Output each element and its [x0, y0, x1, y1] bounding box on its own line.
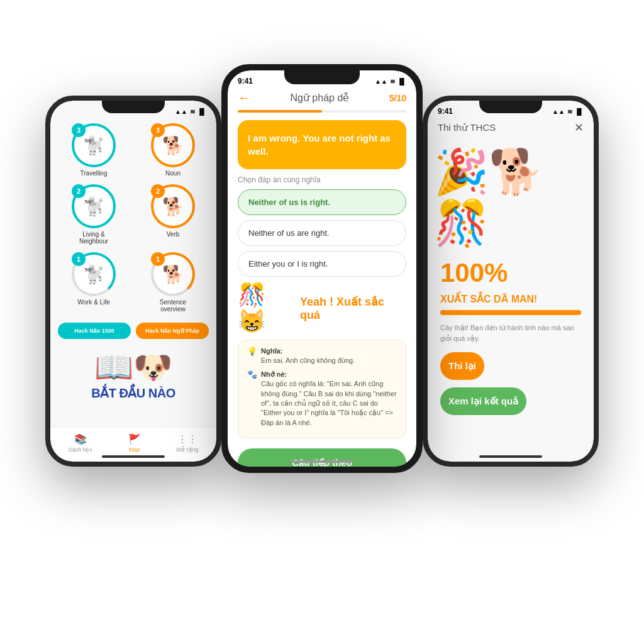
hack-nao-1500-button[interactable]: Hack Não 1500	[58, 323, 131, 339]
time-right: 9:41	[438, 107, 453, 116]
mo-rong-icon: ⋮⋮	[177, 433, 197, 445]
quiz-title: Ngữ pháp dễ	[290, 92, 349, 104]
nav-sach-hoc-label: Sách học	[68, 447, 92, 453]
meaning-icon: 💡	[247, 347, 257, 366]
answer-option-c[interactable]: Either you or I is right.	[238, 251, 406, 277]
home-indicator-right	[479, 455, 542, 458]
back-button[interactable]: ←	[238, 91, 250, 105]
close-button[interactable]: ✕	[574, 121, 584, 135]
app-scene: ▲▲ ≋ ▐▌ 🐩 3 Travelling 🐕	[39, 39, 605, 605]
nav-sach-hoc[interactable]: 📚 Sách học	[68, 433, 92, 453]
nav-mo-rong-label: Mở rộng	[177, 447, 199, 453]
mascot-reading: 📖🐶	[58, 349, 209, 386]
time-center: 9:41	[238, 77, 253, 86]
nav-mo-rong[interactable]: ⋮⋮ Mở rộng	[177, 433, 199, 453]
home-indicator-center	[291, 460, 353, 463]
notch-left	[102, 101, 165, 113]
encouragement-text: Cày thật! Bạn đến từ hành tinh nào mà sa…	[428, 320, 594, 348]
center-header: ← Ngữ pháp dễ 5/10	[228, 88, 416, 110]
badge-verb: 2	[151, 184, 165, 198]
topic-work-life[interactable]: 🐩 1 Work & Life	[58, 252, 130, 313]
badge-work: 1	[72, 252, 86, 266]
topic-circle-verb: 🐕 2	[151, 184, 195, 228]
remember-row: 🐾 Nhớ nè: Câu gốc có nghĩa là: "Em sai. …	[247, 370, 397, 428]
celebration-text: Yeah ! Xuất sắc quá	[300, 295, 406, 322]
map-icon: 🚩	[128, 433, 141, 445]
left-screen: ▲▲ ≋ ▐▌ 🐩 3 Travelling 🐕	[50, 101, 216, 462]
meaning-label: Nghĩa:	[261, 347, 282, 355]
topic-living[interactable]: 🐩 2 Living &Neighbour	[58, 184, 130, 245]
progress-bar-fill	[238, 110, 322, 113]
question-card: I am wrong. You are not right as well.	[238, 120, 406, 169]
notch-right	[479, 101, 542, 113]
nav-map[interactable]: 🚩 Map	[128, 433, 141, 453]
right-title: Thi thử THCS	[438, 122, 496, 133]
score-progress-wrap	[440, 310, 581, 315]
center-screen: 9:41 ▲▲ ≋ ▐▌ ← Ngữ pháp dễ 5/10 I am wro…	[228, 70, 416, 467]
meaning-text: Em sai. Anh cũng không đúng.	[261, 357, 355, 364]
hack-buttons: Hack Não 1500 Hack Não Ngữ Pháp	[50, 318, 216, 344]
phone-left: ▲▲ ≋ ▐▌ 🐩 3 Travelling 🐕	[45, 96, 221, 467]
right-screen: 9:41 ▲▲ ≋ ▐▌ Thi thử THCS ✕ 🎉🐕🎊 100% XUẤ…	[428, 101, 594, 462]
topic-grid: 🐩 3 Travelling 🐕 3 Noun 🐩	[50, 118, 216, 318]
explanation-card: 💡 Nghĩa: Em sai. Anh cũng không đúng. 🐾 …	[238, 340, 406, 438]
right-header: Thi thử THCS ✕	[428, 118, 594, 140]
notch-center	[284, 70, 360, 84]
right-mascot: 🎉🐕🎊	[428, 140, 594, 255]
topic-travelling[interactable]: 🐩 3 Travelling	[58, 123, 130, 177]
sub-label: Chọn đáp án cùng nghĩa	[238, 175, 406, 184]
retry-button[interactable]: Thi lại	[440, 352, 484, 380]
home-indicator-left	[102, 455, 165, 458]
topic-circle-sentence: 🐕 1	[151, 252, 195, 296]
status-icons-center: ▲▲ ≋ ▐▌	[375, 78, 406, 85]
topic-label-living: Living &Neighbour	[79, 231, 108, 245]
score-progress-fill	[440, 310, 581, 315]
topic-label-sentence: Sentenceoverview	[160, 299, 186, 313]
bat-dau-text: BẮT ĐẦU NÀO	[58, 386, 209, 401]
badge-travelling: 3	[72, 123, 86, 137]
meaning-row: 💡 Nghĩa: Em sai. Anh cũng không đúng.	[247, 347, 397, 366]
topic-label-verb: Verb	[167, 231, 180, 238]
topic-circle-work: 🐩 1	[72, 252, 116, 296]
remember-label: Nhớ nè:	[261, 370, 287, 378]
sach-hoc-icon: 📚	[74, 433, 87, 445]
celebration-mascot: 🎊😸	[238, 282, 294, 335]
phone-right: 9:41 ▲▲ ≋ ▐▌ Thi thử THCS ✕ 🎉🐕🎊 100% XUẤ…	[423, 96, 599, 467]
answer-option-a[interactable]: Neither of us is right.	[238, 189, 406, 215]
review-button[interactable]: Xem lại kết quả	[440, 387, 526, 415]
badge-sentence: 1	[151, 252, 165, 266]
progress-count: 5/10	[389, 93, 406, 103]
celebration-section: 🎊😸 Yeah ! Xuất sắc quá	[238, 282, 406, 335]
topic-noun[interactable]: 🐕 3 Noun	[137, 123, 209, 177]
topic-label-noun: Noun	[165, 170, 180, 177]
topic-circle-living: 🐩 2	[72, 184, 116, 228]
score-display: 100%	[428, 255, 594, 291]
status-icons-right: ▲▲ ≋ ▐▌	[552, 108, 584, 115]
topic-sentence[interactable]: 🐕 1 Sentenceoverview	[137, 252, 209, 313]
bat-dau-section: 📖🐶 BẮT ĐẦU NÀO	[50, 344, 216, 406]
topic-label-work: Work & Life	[77, 299, 110, 306]
phone-center: 9:41 ▲▲ ≋ ▐▌ ← Ngữ pháp dễ 5/10 I am wro…	[221, 64, 423, 473]
topic-label-travelling: Travelling	[80, 170, 108, 177]
continue-button[interactable]: Câu tiếp theo	[238, 448, 406, 467]
question-text: I am wrong. You are not right as well.	[248, 131, 396, 158]
nav-map-label: Map	[129, 447, 140, 453]
status-icons-left: ▲▲ ≋ ▐▌	[175, 108, 206, 115]
score-label: XUẤT SẮC DÃ MAN!	[428, 291, 594, 310]
meaning-content: Nghĩa: Em sai. Anh cũng không đúng.	[261, 347, 355, 366]
remember-text: Câu gốc có nghĩa là: "Em sai. Anh cũng k…	[261, 380, 397, 426]
badge-living: 2	[72, 184, 86, 198]
topic-circle-noun: 🐕 3	[151, 123, 195, 167]
remember-icon: 🐾	[247, 370, 257, 428]
answer-option-b[interactable]: Neither of us are right.	[238, 220, 406, 246]
badge-noun: 3	[151, 123, 165, 137]
progress-bar-wrap	[238, 110, 406, 113]
topic-verb[interactable]: 🐕 2 Verb	[137, 184, 209, 245]
remember-content: Nhớ nè: Câu gốc có nghĩa là: "Em sai. An…	[261, 370, 397, 428]
hack-nao-ngu-phap-button[interactable]: Hack Não Ngữ Pháp	[136, 323, 209, 339]
topic-circle-travelling: 🐩 3	[72, 123, 116, 167]
